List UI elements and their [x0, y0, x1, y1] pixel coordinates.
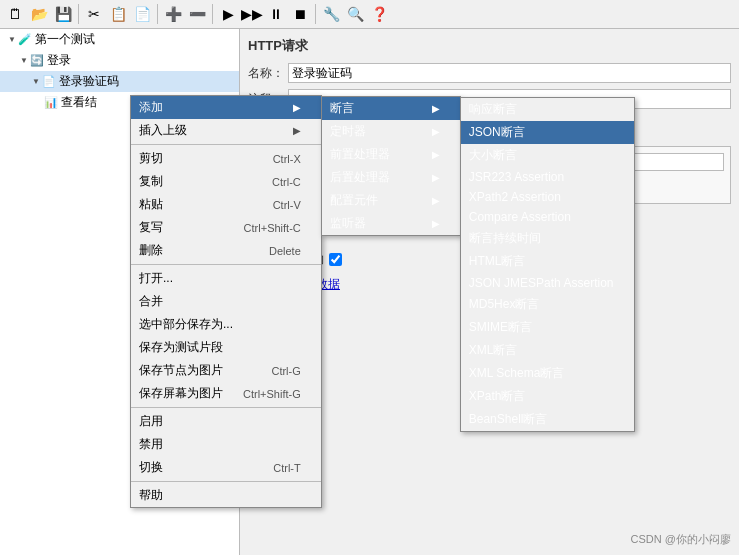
menu-item-open[interactable]: 打开... — [131, 267, 321, 290]
menu-item-merge[interactable]: 合并 — [131, 290, 321, 313]
menu-item-save-screen-img[interactable]: 保存屏幕为图片 Ctrl+Shift-G — [131, 382, 321, 405]
menu-rewrite-shortcut: Ctrl+Shift-C — [244, 222, 301, 234]
toolbar-btn-copy[interactable]: 📋 — [107, 3, 129, 25]
submenu-post-processor[interactable]: 后置处理器 ▶ — [322, 166, 460, 189]
menu-sep-4 — [131, 481, 321, 482]
menu-item-add[interactable]: 添加 ▶ 断言 ▶ 响应断言 JSON断言 大小断言 — [131, 96, 321, 119]
toolbar-btn-cut[interactable]: ✂ — [83, 3, 105, 25]
menu-sep-3 — [131, 407, 321, 408]
assertion-size[interactable]: 大小断言 — [461, 144, 634, 167]
assertion-md5hex[interactable]: MD5Hex断言 — [461, 293, 634, 316]
menu-item-delete[interactable]: 删除 Delete — [131, 239, 321, 262]
tree-label-2: 登录 — [47, 52, 71, 69]
tree-item-login[interactable]: ▼ 🔄 登录 — [0, 50, 239, 71]
expand-arrow-1: ▼ — [8, 35, 16, 44]
assertion-xpath2-label: XPath2 Assertion — [469, 190, 561, 204]
menu-sep-2 — [131, 264, 321, 265]
assertion-xml-label: XML断言 — [469, 342, 518, 359]
submenu-arrow-listener: ▶ — [432, 218, 440, 229]
menu-item-enable[interactable]: 启用 — [131, 410, 321, 433]
tree-item-test-plan[interactable]: ▼ 🧪 第一个测试 — [0, 29, 239, 50]
submenu-config[interactable]: 配置元件 ▶ — [322, 189, 460, 212]
menu-item-rewrite[interactable]: 复写 Ctrl+Shift-C — [131, 216, 321, 239]
menu-save-screen-img-shortcut: Ctrl+Shift-G — [243, 388, 301, 400]
assertion-xml[interactable]: XML断言 — [461, 339, 634, 362]
menu-toggle-shortcut: Ctrl-T — [273, 462, 301, 474]
assertion-xml-schema[interactable]: XML Schema断言 — [461, 362, 634, 385]
tree-icon-1: 🧪 — [18, 33, 32, 46]
submenu-arrow-config: ▶ — [432, 195, 440, 206]
toolbar-btn-run-all[interactable]: ▶▶ — [241, 3, 263, 25]
menu-paste-label: 粘贴 — [139, 196, 163, 213]
assertion-xml-schema-label: XML Schema断言 — [469, 365, 565, 382]
tree-item-login-verify[interactable]: ▼ 📄 登录验证码 — [0, 71, 239, 92]
assertion-smime[interactable]: SMIME断言 — [461, 316, 634, 339]
assertion-duration[interactable]: 断言持续时间 — [461, 227, 634, 250]
toolbar-btn-remove[interactable]: ➖ — [186, 3, 208, 25]
assertion-json-label: JSON断言 — [469, 124, 525, 141]
menu-cut-shortcut: Ctrl-X — [273, 153, 301, 165]
submenu-listener[interactable]: 监听器 ▶ — [322, 212, 460, 235]
context-menu-main: 添加 ▶ 断言 ▶ 响应断言 JSON断言 大小断言 — [130, 95, 322, 508]
name-input[interactable] — [288, 63, 731, 83]
submenu-arrow-timer: ▶ — [432, 126, 440, 137]
submenu-pre-label: 前置处理器 — [330, 146, 390, 163]
submenu-arrow-assertion: ▶ — [432, 103, 440, 114]
toolbar-btn-save[interactable]: 💾 — [52, 3, 74, 25]
menu-enable-label: 启用 — [139, 413, 163, 430]
toolbar-btn-stop[interactable]: ⏹ — [289, 3, 311, 25]
menu-save-fragment-label: 保存为测试片段 — [139, 339, 223, 356]
toolbar-btn-new[interactable]: 🗒 — [4, 3, 26, 25]
name-label: 名称： — [248, 65, 288, 82]
menu-item-insert-parent[interactable]: 插入上级 ▶ — [131, 119, 321, 142]
assertion-html[interactable]: HTML断言 — [461, 250, 634, 273]
toolbar-btn-help[interactable]: ❓ — [368, 3, 390, 25]
watermark: CSDN @你的小闷廖 — [631, 532, 731, 547]
toolbar-btn-paste[interactable]: 📄 — [131, 3, 153, 25]
menu-item-toggle[interactable]: 切换 Ctrl-T — [131, 456, 321, 479]
menu-item-paste[interactable]: 粘贴 Ctrl-V — [131, 193, 321, 216]
menu-item-save-node-img[interactable]: 保存节点为图片 Ctrl-G — [131, 359, 321, 382]
submenu-timer-label: 定时器 — [330, 123, 366, 140]
menu-sep-1 — [131, 144, 321, 145]
menu-paste-shortcut: Ctrl-V — [273, 199, 301, 211]
menu-item-cut[interactable]: 剪切 Ctrl-X — [131, 147, 321, 170]
assertion-xpath[interactable]: XPath断言 — [461, 385, 634, 408]
submenu-pre-processor[interactable]: 前置处理器 ▶ — [322, 143, 460, 166]
toolbar-sep-4 — [315, 4, 316, 24]
menu-item-help[interactable]: 帮助 — [131, 484, 321, 507]
toolbar-btn-open[interactable]: 📂 — [28, 3, 50, 25]
menu-delete-shortcut: Delete — [269, 245, 301, 257]
menu-item-disable[interactable]: 禁用 — [131, 433, 321, 456]
assertion-jsr223-label: JSR223 Assertion — [469, 170, 564, 184]
assertion-compare[interactable]: Compare Assertion — [461, 207, 634, 227]
submenu-assertion[interactable]: 断言 ▶ 响应断言 JSON断言 大小断言 JSR223 Assertion — [322, 97, 460, 120]
assertion-duration-label: 断言持续时间 — [469, 230, 541, 247]
assertion-jsr223[interactable]: JSR223 Assertion — [461, 167, 634, 187]
menu-save-node-img-label: 保存节点为图片 — [139, 362, 223, 379]
menu-merge-label: 合并 — [139, 293, 163, 310]
toolbar-btn-settings[interactable]: 🔧 — [320, 3, 342, 25]
toolbar-btn-add[interactable]: ➕ — [162, 3, 184, 25]
toolbar-btn-run[interactable]: ▶ — [217, 3, 239, 25]
submenu-timer[interactable]: 定时器 ▶ — [322, 120, 460, 143]
redirect-checkbox-2[interactable] — [329, 253, 342, 266]
assertion-json[interactable]: JSON断言 — [461, 121, 634, 144]
toolbar-btn-pause[interactable]: ⏸ — [265, 3, 287, 25]
assertion-json-jmespath[interactable]: JSON JMESPath Assertion — [461, 273, 634, 293]
toolbar-sep-3 — [212, 4, 213, 24]
menu-help-label: 帮助 — [139, 487, 163, 504]
menu-item-save-selected[interactable]: 选中部分保存为... — [131, 313, 321, 336]
right-panel-title: HTTP请求 — [248, 37, 731, 55]
assertion-beanshell[interactable]: BeanShell断言 — [461, 408, 634, 431]
assertion-xpath2[interactable]: XPath2 Assertion — [461, 187, 634, 207]
submenu-post-label: 后置处理器 — [330, 169, 390, 186]
menu-toggle-label: 切换 — [139, 459, 163, 476]
toolbar-btn-search[interactable]: 🔍 — [344, 3, 366, 25]
submenu-arrow-pre: ▶ — [432, 149, 440, 160]
submenu-assertion-label: 断言 — [330, 100, 354, 117]
assertion-response[interactable]: 响应断言 — [461, 98, 634, 121]
menu-item-save-fragment[interactable]: 保存为测试片段 — [131, 336, 321, 359]
toolbar-sep-2 — [157, 4, 158, 24]
menu-item-copy[interactable]: 复制 Ctrl-C — [131, 170, 321, 193]
